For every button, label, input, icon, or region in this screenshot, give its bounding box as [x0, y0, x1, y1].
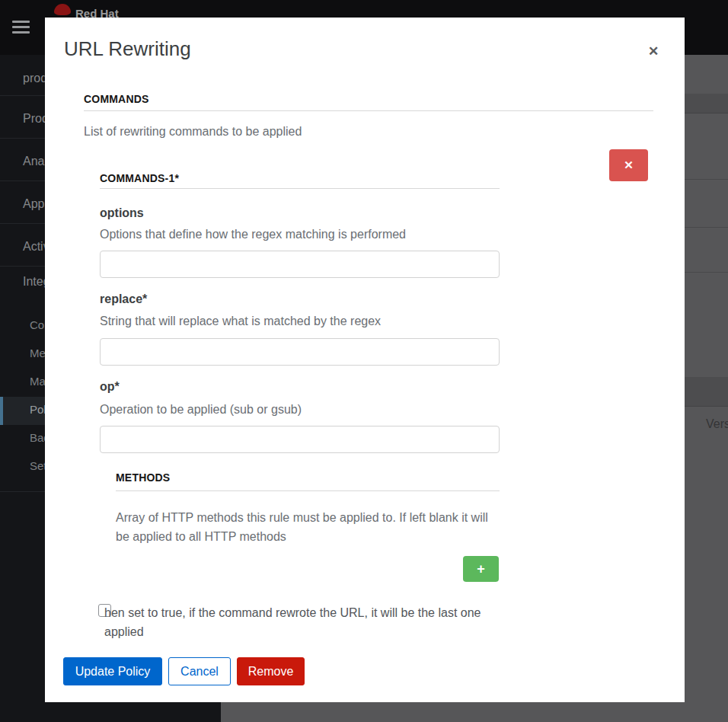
- options-input[interactable]: [100, 251, 500, 278]
- url-rewriting-modal: URL Rewriting ✕ COMMANDS List of rewriti…: [45, 18, 685, 702]
- methods-description: Array of HTTP methods this rule must be …: [116, 508, 488, 546]
- remove-button[interactable]: Remove: [237, 657, 305, 685]
- replace-label: replace*: [100, 292, 147, 306]
- last-command-label-line2: applied: [104, 625, 144, 638]
- commands-1-header: COMMANDS-1*: [100, 172, 179, 184]
- methods-description-line2: be applied to all HTTP methods: [116, 530, 286, 543]
- section-rule: [100, 188, 500, 189]
- op-label: op*: [100, 380, 120, 394]
- cancel-button[interactable]: Cancel: [168, 657, 231, 685]
- replace-input[interactable]: [100, 338, 500, 366]
- methods-section-header: METHODS: [116, 471, 170, 484]
- op-input[interactable]: [100, 426, 500, 453]
- methods-description-line1: Array of HTTP methods this rule must be …: [116, 511, 488, 524]
- remove-command-button[interactable]: ✕: [609, 149, 648, 181]
- update-policy-button[interactable]: Update Policy: [63, 657, 162, 685]
- options-description: Options that define how the regex matchi…: [100, 228, 406, 241]
- commands-section-header: COMMANDS: [84, 93, 149, 105]
- version-column-header: Version: [706, 417, 728, 431]
- redhat-logo-icon: [54, 4, 71, 15]
- hamburger-menu-icon[interactable]: [12, 21, 30, 34]
- options-label: options: [100, 206, 144, 220]
- modal-title: URL Rewriting: [64, 37, 191, 61]
- op-description: Operation to be applied (sub or gsub): [100, 403, 302, 417]
- add-method-button[interactable]: +: [463, 556, 499, 582]
- last-command-label: hen set to true, if the command rewrote …: [104, 603, 481, 641]
- section-rule: [84, 110, 653, 111]
- last-command-label-line1: hen set to true, if the command rewrote …: [104, 606, 481, 619]
- section-rule: [116, 490, 500, 491]
- commands-description: List of rewriting commands to be applied: [84, 125, 302, 139]
- app-root: { "masthead": { "brand_text": "Red Hat",…: [0, 0, 728, 722]
- close-icon[interactable]: ✕: [645, 40, 662, 62]
- replace-description: String that will replace what is matched…: [100, 315, 381, 328]
